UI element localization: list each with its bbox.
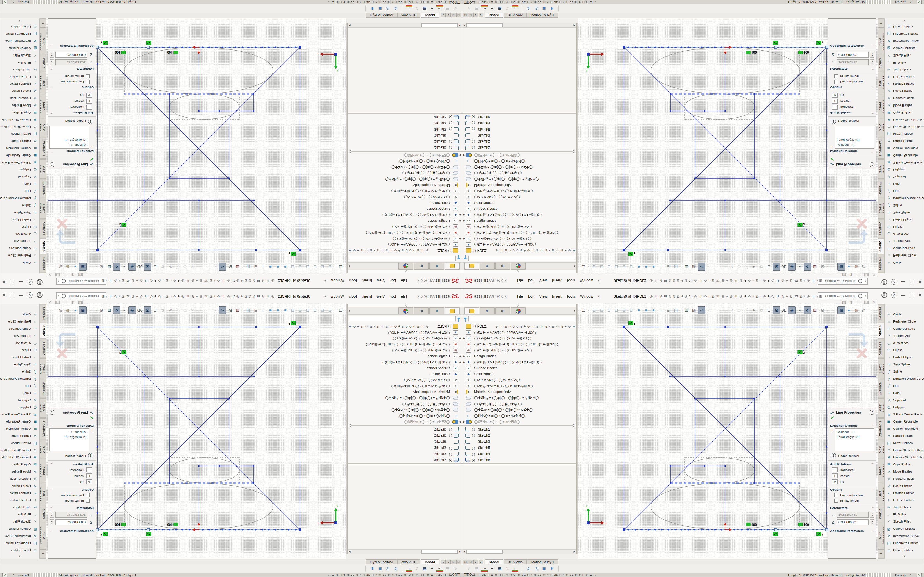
tab-weldments[interactable]: Weldments [878,137,884,158]
expand-arrow-icon[interactable]: ▶ [458,154,462,156]
tool-trim-entities[interactable]: ✂ Trim Entities [885,504,924,511]
sketch6[interactable]: (-) Sketch6 [347,114,462,120]
sketch6[interactable]: (-) Sketch6 [462,457,577,463]
tool-style-spline[interactable]: ∿ Style Spline [885,209,924,216]
sketch3[interactable]: Sketch3 [347,132,462,138]
menu-tools[interactable]: Tools [347,293,360,300]
tab-weldments[interactable]: Weldments [878,419,884,440]
option-for-construction[interactable]: For construction [48,79,96,85]
sketch-doc-icon[interactable]: ▤ [580,307,587,314]
tab-mbd-dimensions[interactable]: MBD Dimensions [40,29,46,54]
relation-fix[interactable]: Ψ Fix [828,92,876,98]
tab-mold-tools[interactable]: Mold Tools [40,119,46,136]
tab-direct-editing[interactable]: Direct Editing [40,358,46,379]
relation-entry[interactable]: Equal length109 [51,434,87,439]
search-caret-icon[interactable]: ▾ [58,280,60,282]
eraser-disabled-icon[interactable]: ✐ [452,565,459,572]
tab-mbd-dimensions[interactable]: MBD Dimensions [878,523,884,548]
layers-disabled-icon[interactable]: ▤ [444,565,451,572]
search-box[interactable]: ▣ Search CAD Models ▾ [817,277,867,285]
sweep-wire-icon[interactable]: □ [606,263,612,270]
parameters-section[interactable]: Parameters⌃ [828,505,876,511]
clock-icon[interactable]: ◷ [384,565,391,572]
half-eye-icon[interactable]: ◑ [121,307,128,314]
tool-convert-entities[interactable]: ▧ Convert Entities [885,45,924,52]
spacer[interactable] [87,307,94,314]
tab-3d-views[interactable]: 3D Views [504,559,527,565]
checkbox[interactable] [86,74,90,78]
spacer[interactable] [830,307,837,314]
relations-list[interactable]: Collinear108Equal length109 [835,126,874,149]
save-icon[interactable]: ▦ [234,263,241,270]
parameters-section[interactable]: Parameters⌃ [48,66,96,72]
disabled-line-icon[interactable]: ─ [713,263,720,270]
annotations[interactable]: ▶ A ◯ƧИ◎◦✚A✚◎ИA◯ ◦ ◯AИ◎✚A✚◦◎ИƧ◯ [347,212,462,218]
move-view-pressed-icon[interactable]: ✥ [804,263,811,271]
sensors[interactable]: ▶ ◉ ◯ƧS✚ƎƧ◯ИN◎◦✚Ɔ(Ǝ∪ƎƧ◯ ◦ ◯ƧƎ∪Ǝ)Ɔ✚◦◎NИ◯ [462,230,577,236]
units-caret-icon[interactable]: ▲ [12,574,15,576]
tool-segment[interactable]: # Segment [0,396,39,404]
tab-markup[interactable]: Markup [878,506,884,522]
mirror-body-icon[interactable]: ◫ [245,263,252,270]
more-tools-icon[interactable]: ⩔ [0,554,39,558]
tab-mold-tools[interactable]: Mold Tools [878,441,884,458]
menu-tools[interactable]: Tools [564,293,578,300]
sketch4[interactable]: (-) Sketch4 [347,120,462,126]
tool-sketch-fillet[interactable]: ◜ Sketch Fillet [0,518,39,525]
extrude-wire-icon[interactable]: □ [326,307,333,314]
tab-nav-icon[interactable]: ▶| [441,12,446,17]
additional-parameters-section[interactable]: Additional Parameters⌄ [828,528,876,533]
cut-wire-icon[interactable]: □ [628,307,635,314]
checkbox[interactable] [834,493,838,497]
paintbrush-icon[interactable]: ✑ [481,5,488,12]
relation-horizontal[interactable]: — Horizontal [48,467,96,473]
tool-tangent-arc[interactable]: ◝ Tangent Arc [885,238,924,245]
eye-pressed-icon[interactable]: ◉ [773,263,780,271]
dropdown-icon[interactable]: ▾ [587,307,590,314]
right-plane[interactable]: ▶ ◯✚⊻ɔ(◦✶◯◉[◯ ◦ ◯]◉◯✶◦)ɔ⊻✚◯ [462,164,577,170]
spinner[interactable]: ▲▼ [870,60,874,65]
tree-horizontal-scrollbar[interactable]: ◀ ▶ [347,23,462,28]
mirror-body-icon[interactable]: ◫ [245,307,252,314]
tool-scale-entities[interactable]: ⊿ Scale Entities [0,482,39,489]
tool-intersection-curve[interactable]: ≋ Intersection Curve [0,532,39,539]
tab-motion-study-1[interactable]: Motion Study 1 [527,12,558,18]
search-caret-icon[interactable]: ▾ [58,295,60,297]
search-caret-icon[interactable]: ▾ [864,280,866,282]
markups[interactable]: ▶ ✎ ◯Ƨ⋅∩✶AM◯ ◦ ◯MA✶∩⋅Ƨ◯ [462,377,577,383]
dropdown-icon[interactable]: ▾ [826,263,829,270]
tab-sketch[interactable]: Sketch [878,323,884,338]
tool-polygon[interactable]: ⬡ Polygon [0,404,39,411]
blue-sphere-icon[interactable]: ● [72,263,79,270]
sketch-3d-icon[interactable]: 3D [136,307,143,314]
menu-window[interactable]: Window [577,277,596,285]
tab-features[interactable]: Features [878,255,884,273]
tab-sheet-metal[interactable]: Sheet Metal [40,398,46,417]
tool-rotate-entities[interactable]: ◇ Rotate Entities [885,95,924,102]
shaded-view-pressed-icon[interactable]: ▩ [837,306,845,314]
parameter-field[interactable]: 0.00000000° [837,52,869,58]
tool-offset-entities[interactable]: ⊏ Offset Entities [0,546,39,554]
tab-features[interactable]: Features [40,255,46,273]
relation-entry[interactable]: Collinear108 [837,429,873,434]
expand-arrow-icon[interactable]: ▶ [462,219,466,222]
close-button[interactable]: ✕ [917,280,922,285]
relation-entry[interactable]: Equal length109 [837,137,873,142]
tab-nav-icon[interactable]: |◀ [456,560,461,565]
search-caret-icon[interactable]: ▾ [864,295,866,297]
tab-evaluate[interactable]: Evaluate [878,380,884,398]
relation-entry[interactable]: Collinear108 [51,143,87,148]
tab-direct-editing[interactable]: Direct Editing [40,198,46,219]
dropdown-icon[interactable]: ▾ [587,263,590,270]
folder-check-icon[interactable]: ▣ [541,565,547,572]
revolve-wire-icon[interactable]: □ [319,263,326,270]
origin[interactable]: ▶ ∟ ◯ИN◦ɔ(◦✶◎◯ ◦ ◯◎✶◦)ɔ◦NИ◯ [462,413,577,419]
corner-icon[interactable]: ∟ [765,307,772,314]
pencil-icon[interactable]: ✎ [166,307,173,314]
extrude-wire-icon[interactable]: □ [591,263,598,270]
layers-disabled-icon[interactable]: ▤ [444,5,451,12]
separator[interactable] [365,6,366,11]
tab-scroll-icon[interactable]: › [574,309,575,313]
tool-fit-spline[interactable]: ◟ Fit Spline [0,511,39,518]
clock-icon[interactable]: ◷ [533,5,540,12]
